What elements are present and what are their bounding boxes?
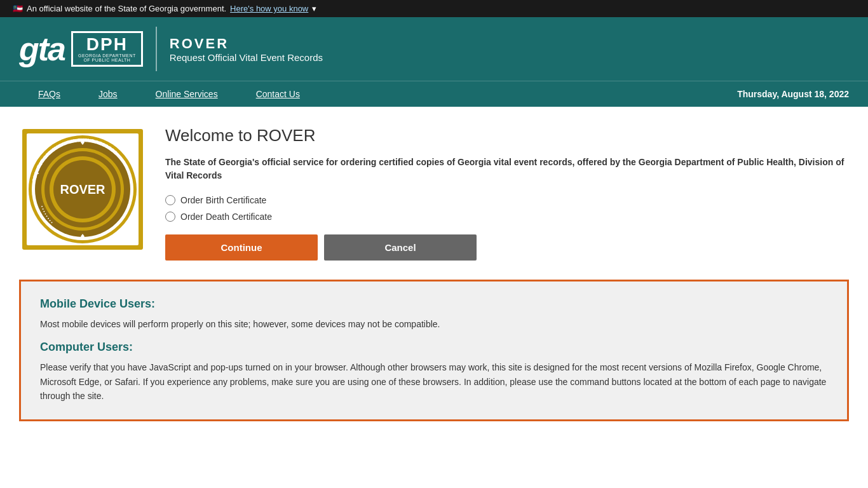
dph-letters: DPH [86, 36, 128, 53]
how-to-know-link[interactable]: Here's how you know [230, 4, 308, 13]
nav-jobs[interactable]: Jobs [79, 81, 137, 107]
site-header: gta DPH GEORGIA DEPARTMENTOF PUBLIC HEAL… [0, 17, 868, 81]
main-content: ROVER REQUEST OFFICIAL VITAL EVENT RECOR… [0, 107, 868, 273]
gta-logo: gta [19, 32, 65, 65]
rover-title: ROVER [170, 36, 323, 52]
logos-container: gta DPH GEORGIA DEPARTMENTOF PUBLIC HEAL… [19, 31, 143, 67]
dph-logo: DPH GEORGIA DEPARTMENTOF PUBLIC HEALTH [71, 31, 143, 67]
seal-container: ROVER REQUEST OFFICIAL VITAL EVENT RECOR… [19, 126, 146, 255]
birth-certificate-label[interactable]: Order Birth Certificate [180, 195, 266, 205]
dropdown-icon: ▾ [312, 4, 316, 13]
svg-text:ROVER: ROVER [60, 182, 105, 196]
death-certificate-radio[interactable] [165, 212, 175, 222]
mobile-users-title: Mobile Device Users: [40, 297, 828, 311]
welcome-title: Welcome to ROVER [165, 126, 849, 146]
action-buttons: Continue Cancel [165, 234, 849, 261]
main-nav: FAQs Jobs Online Services Contact Us Thu… [0, 81, 868, 107]
death-certificate-option: Order Death Certificate [165, 212, 849, 222]
banner-text: An official website of the State of Geor… [27, 4, 226, 13]
georgia-flag-icon: 🏴󠁵󠁳󠁧󠁡󠁿 [13, 4, 23, 13]
info-section: Mobile Device Users: Most mobile devices… [19, 280, 849, 421]
dph-subtext: GEORGIA DEPARTMENTOF PUBLIC HEALTH [78, 53, 136, 62]
birth-certificate-option: Order Birth Certificate [165, 195, 849, 205]
nav-links: FAQs Jobs Online Services Contact Us [19, 81, 737, 107]
certificate-options: Order Birth Certificate Order Death Cert… [165, 195, 849, 222]
nav-online-services[interactable]: Online Services [137, 81, 237, 107]
computer-users-text: Please verify that you have JavaScript a… [40, 360, 828, 403]
rover-subtitle: Request Official Vital Event Records [170, 52, 323, 63]
cancel-button[interactable]: Cancel [324, 234, 477, 261]
rover-seal: ROVER REQUEST OFFICIAL VITAL EVENT RECOR… [19, 126, 146, 253]
nav-contact-us[interactable]: Contact Us [237, 81, 319, 107]
computer-users-title: Computer Users: [40, 341, 828, 354]
top-banner: 🏴󠁵󠁳󠁧󠁡󠁿 An official website of the State … [0, 0, 868, 17]
continue-button[interactable]: Continue [165, 234, 318, 261]
mobile-users-text: Most mobile devices will perform properl… [40, 317, 828, 331]
header-divider [156, 27, 157, 71]
description-text: The State of Georgia's official service … [165, 156, 849, 182]
nav-faqs[interactable]: FAQs [19, 81, 79, 107]
rover-title-block: ROVER Request Official Vital Event Recor… [170, 36, 323, 63]
nav-date: Thursday, August 18, 2022 [737, 81, 849, 107]
birth-certificate-radio[interactable] [165, 195, 175, 205]
death-certificate-label[interactable]: Order Death Certificate [180, 212, 272, 222]
form-area: Welcome to ROVER The State of Georgia's … [165, 126, 849, 261]
